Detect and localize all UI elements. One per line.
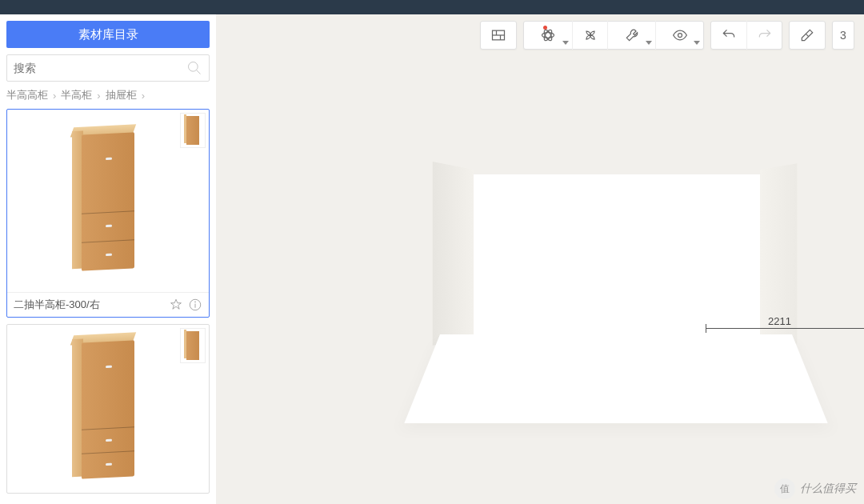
material-list: 二抽半高柜-300/右 bbox=[0, 109, 216, 504]
redo-icon bbox=[757, 27, 773, 43]
wrench-icon bbox=[624, 27, 640, 43]
material-card[interactable]: 二抽半高柜-300/右 bbox=[6, 109, 210, 318]
chevron-down-icon bbox=[694, 41, 700, 45]
svg-line-13 bbox=[806, 34, 808, 36]
chevron-down-icon bbox=[646, 41, 652, 45]
fan-icon bbox=[582, 27, 598, 43]
wall-tool-button[interactable] bbox=[481, 21, 516, 50]
notification-dot-icon bbox=[543, 26, 547, 30]
room-3d-view[interactable]: 1400 2211 49 100 bbox=[440, 174, 792, 454]
material-thumbnail[interactable] bbox=[7, 110, 209, 292]
breadcrumb-item[interactable]: 半高柜 bbox=[61, 88, 92, 102]
info-icon[interactable] bbox=[188, 298, 202, 312]
breadcrumb-item[interactable]: 半高高柜 bbox=[6, 88, 48, 102]
svg-point-12 bbox=[678, 34, 682, 38]
fan-tool-button[interactable] bbox=[572, 21, 607, 50]
eye-icon bbox=[672, 27, 688, 43]
search-field[interactable] bbox=[6, 54, 210, 82]
material-variant-thumb[interactable] bbox=[180, 113, 206, 148]
cabinet-icon bbox=[72, 124, 144, 278]
toolbar-extra-label[interactable]: 3 bbox=[833, 29, 854, 42]
svg-line-1 bbox=[197, 70, 201, 74]
undo-button[interactable] bbox=[711, 21, 746, 50]
sidebar: 素材库目录 半高高柜 › 半高柜 › 抽屉柜 › bbox=[0, 14, 216, 504]
watermark: 值 什么值得买 bbox=[774, 478, 856, 499]
chevron-right-icon: › bbox=[97, 90, 100, 102]
canvas-toolbar: 3 bbox=[480, 21, 854, 50]
app-topbar bbox=[0, 0, 864, 14]
eraser-icon bbox=[799, 27, 815, 43]
design-canvas[interactable]: 3 1400 2211 49 100 bbox=[216, 14, 864, 504]
atom-tool-button[interactable] bbox=[524, 21, 572, 50]
material-name: 二抽半高柜-300/右 bbox=[14, 298, 164, 312]
watermark-badge-icon: 值 bbox=[774, 478, 795, 499]
breadcrumb: 半高高柜 › 半高柜 › 抽屉柜 › bbox=[6, 88, 210, 102]
chevron-down-icon bbox=[562, 41, 569, 45]
catalog-button[interactable]: 素材库目录 bbox=[6, 21, 210, 48]
chevron-right-icon: › bbox=[142, 90, 145, 102]
wrench-tool-button[interactable] bbox=[607, 21, 655, 50]
atom-icon bbox=[540, 27, 556, 43]
search-input[interactable] bbox=[14, 62, 186, 74]
undo-icon bbox=[721, 27, 737, 43]
favorite-icon[interactable] bbox=[169, 298, 183, 312]
svg-point-9 bbox=[542, 33, 554, 38]
watermark-text: 什么值得买 bbox=[800, 482, 856, 496]
eraser-button[interactable] bbox=[790, 21, 825, 50]
breadcrumb-item[interactable]: 抽屉柜 bbox=[106, 88, 137, 102]
redo-button[interactable] bbox=[746, 21, 782, 50]
search-icon[interactable] bbox=[186, 60, 202, 76]
wall-back bbox=[472, 174, 760, 338]
chevron-right-icon: › bbox=[53, 90, 56, 102]
material-card[interactable] bbox=[6, 324, 210, 494]
floor bbox=[404, 334, 827, 423]
material-variant-thumb[interactable] bbox=[180, 328, 206, 363]
svg-point-4 bbox=[195, 302, 196, 302]
view-tool-button[interactable] bbox=[655, 21, 703, 50]
dimension-horizontal-value: 2211 bbox=[768, 315, 791, 327]
material-thumbnail[interactable] bbox=[7, 325, 209, 493]
svg-point-0 bbox=[189, 62, 198, 72]
cabinet-icon bbox=[72, 332, 144, 486]
dimension-horizontal-line bbox=[706, 328, 864, 329]
wall-left bbox=[433, 162, 474, 346]
wall-icon bbox=[490, 27, 506, 43]
